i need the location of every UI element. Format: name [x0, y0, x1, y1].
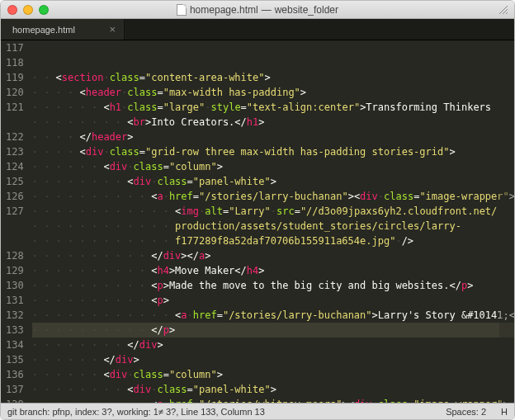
- line-number: [6, 219, 24, 234]
- line-number: 132: [6, 308, 24, 323]
- code-line[interactable]: · · · · · · · · · · <h4>Move Maker</h4>: [32, 263, 514, 278]
- status-syntax[interactable]: H: [501, 407, 508, 417]
- code-line[interactable]: · · · · · · · · <div·class="panel-white"…: [32, 174, 514, 189]
- code-content[interactable]: · · <section·class="content-area-white">…: [32, 40, 514, 403]
- code-line[interactable]: · · · · · · · · · · · · f177289f8a52daf7…: [32, 234, 514, 248]
- status-spaces[interactable]: Spaces: 2: [446, 407, 486, 417]
- line-number: 131: [6, 293, 24, 308]
- line-number: 135: [6, 352, 24, 367]
- code-line[interactable]: · · · · · · · · · · </p>: [32, 323, 514, 337]
- code-line[interactable]: · · · · · · </div>: [32, 352, 514, 367]
- line-number: 124: [6, 159, 24, 174]
- code-line[interactable]: [32, 40, 514, 55]
- close-icon[interactable]: ×: [109, 23, 116, 35]
- tab-label: homepage.html: [12, 25, 75, 35]
- line-number: 137: [6, 382, 24, 397]
- code-line[interactable]: · · · · · · <div·class="column">: [32, 159, 514, 174]
- line-number: 127: [6, 204, 24, 219]
- titlebar: homepage.html — website_folder: [1, 1, 514, 19]
- line-number: 129: [6, 263, 24, 278]
- title-sep: —: [262, 4, 272, 16]
- code-line[interactable]: · · · · <div·class="grid-row three max-w…: [32, 144, 514, 159]
- line-number: 120: [6, 85, 24, 100]
- file-icon: [177, 4, 187, 16]
- code-line[interactable]: · · · · · · <h1·class="large"·style="tex…: [32, 100, 514, 115]
- minimap[interactable]: [499, 40, 514, 403]
- line-number: 125: [6, 174, 24, 189]
- code-line[interactable]: · · · · · · · · · · · · <img·alt="Larry"…: [32, 204, 514, 219]
- window-title: homepage.html — website_folder: [1, 4, 514, 16]
- code-line[interactable]: · · · · · · · · · · <a·href="/stories/la…: [32, 189, 514, 204]
- code-line[interactable]: · · · · · · · · · · · · <a·href="/storie…: [32, 308, 514, 323]
- line-number: 133: [6, 323, 24, 337]
- title-file: homepage.html: [190, 4, 258, 16]
- line-number: 121: [6, 100, 24, 115]
- title-folder: website_folder: [275, 4, 338, 16]
- line-number: 123: [6, 144, 24, 159]
- code-line[interactable]: · · · · · · · · · · <a·href="/stories/wh…: [32, 397, 514, 403]
- line-number: [6, 115, 24, 130]
- resize-icon[interactable]: [498, 4, 509, 16]
- line-number: 126: [6, 189, 24, 204]
- code-line[interactable]: · · · · · · · · <div·class="panel-white"…: [32, 382, 514, 397]
- line-gutter: 117118119120121 122123124125126127 12812…: [1, 40, 32, 403]
- status-bar: git branch: pfnp, index: 3?, working: 1≠…: [1, 403, 514, 419]
- code-line[interactable]: · · · · · · · · </div>: [32, 337, 514, 352]
- code-line[interactable]: · · · · · · · · · · <p>Made the move to …: [32, 278, 514, 293]
- code-line[interactable]: · · · · · · <div·class="column">: [32, 367, 514, 382]
- code-line[interactable]: [32, 55, 514, 70]
- code-line[interactable]: · · · · <header·class="max-width has-pad…: [32, 85, 514, 100]
- line-number: 138: [6, 397, 24, 403]
- line-number: 134: [6, 337, 24, 352]
- line-number: 118: [6, 55, 24, 70]
- status-git[interactable]: git branch: pfnp, index: 3?, working: 1≠…: [7, 407, 265, 417]
- line-number: [6, 234, 24, 248]
- line-number: 130: [6, 278, 24, 293]
- line-number: 122: [6, 130, 24, 144]
- code-line[interactable]: · · · · · · · · · · </div></a>: [32, 248, 514, 263]
- editor-area[interactable]: 117118119120121 122123124125126127 12812…: [1, 40, 514, 403]
- code-line[interactable]: · · · · · · · · <br>Into Creators.</h1>: [32, 115, 514, 130]
- line-number: 136: [6, 367, 24, 382]
- code-line[interactable]: · · · · </header>: [32, 130, 514, 144]
- line-number: 119: [6, 70, 24, 85]
- code-line[interactable]: · · · · · · · · · · <p>: [32, 293, 514, 308]
- code-line[interactable]: · · <section·class="content-area-white">: [32, 70, 514, 85]
- code-line[interactable]: · · · · · · · · · · · · production/asset…: [32, 219, 514, 234]
- tab-homepage[interactable]: homepage.html ×: [1, 19, 125, 40]
- line-number: 128: [6, 248, 24, 263]
- line-number: 117: [6, 40, 24, 55]
- tab-bar: homepage.html ×: [1, 19, 514, 40]
